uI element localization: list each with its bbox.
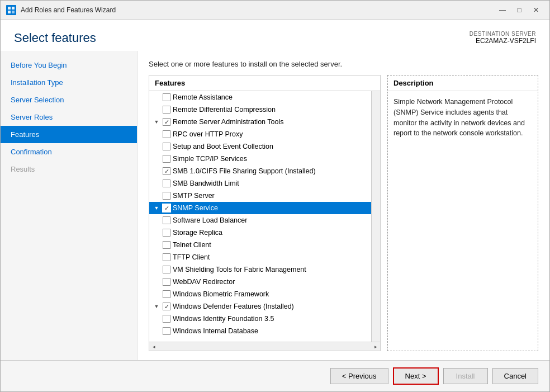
window-controls: — □ ✕ [495,4,544,16]
feature-checkbox[interactable] [163,167,170,175]
feature-checkbox[interactable] [163,93,170,101]
features-panel: Features Remote Assistance [149,75,381,351]
list-item[interactable]: Simple TCP/IP Services [149,153,371,165]
sidebar-item-results: Results [1,160,137,178]
sidebar-item-confirmation[interactable]: Confirmation [1,143,137,160]
horizontal-scrollbar[interactable]: ◂ ▸ [149,342,380,351]
page-title: Select features [14,31,96,45]
sidebar-item-server-roles[interactable]: Server Roles [1,108,137,126]
svg-rect-1 [12,7,15,10]
vertical-scrollbar[interactable] [371,91,380,342]
features-area: Features Remote Assistance [149,75,538,351]
list-item[interactable]: Windows Identity Foundation 3.5 [149,313,371,325]
instruction-text: Select one or more features to install o… [149,60,538,68]
list-item[interactable]: Telnet Client [149,239,371,251]
list-item[interactable]: ▼ Windows Defender Features (Installed) [149,300,371,313]
content-area: Select features DESTINATION SERVER EC2AM… [1,20,549,391]
feature-label: Windows Internal Database [173,327,368,335]
minimize-button[interactable]: — [495,4,510,16]
feature-checkbox[interactable] [163,303,170,310]
main-content: Select one or more features to install o… [138,51,549,360]
feature-label: SMB Bandwidth Limit [173,180,368,187]
list-item[interactable]: RPC over HTTP Proxy [149,128,371,140]
feature-label: Remote Assistance [173,93,368,101]
feature-label: Software Load Balancer [173,216,368,224]
feature-label: TFTP Client [173,253,368,261]
list-item[interactable]: Windows Biometric Framework [149,288,371,300]
feature-label: RPC over HTTP Proxy [173,130,368,138]
list-item[interactable]: SMB 1.0/CIFS File Sharing Support (Insta… [149,165,371,177]
feature-checkbox[interactable] [163,278,170,286]
feature-checkbox[interactable] [163,130,170,138]
titlebar: Add Roles and Features Wizard — □ ✕ [1,1,549,20]
features-header: Features [149,75,380,91]
feature-checkbox[interactable] [163,216,170,224]
list-item[interactable]: WebDAV Redirector [149,276,371,288]
feature-label: WebDAV Redirector [173,278,368,286]
feature-label: Windows Identity Foundation 3.5 [173,315,368,323]
description-panel: Description Simple Network Management Pr… [387,75,538,351]
sidebar-item-installation-type[interactable]: Installation Type [1,74,137,91]
feature-checkbox[interactable] [163,118,170,126]
list-item[interactable]: ▼ Remote Server Administration Tools [149,116,371,128]
next-button[interactable]: Next > [393,367,439,385]
destination-label: DESTINATION SERVER [470,31,536,37]
scroll-right-button[interactable]: ▸ [371,342,380,351]
features-list[interactable]: Remote Assistance Remote Differential Co… [149,91,371,342]
destination-server-info: DESTINATION SERVER EC2AMAZ-VSF2LFI [470,31,536,45]
list-item[interactable]: Software Load Balancer [149,214,371,226]
description-header: Description [388,75,538,91]
feature-checkbox[interactable] [163,106,170,114]
feature-checkbox[interactable] [163,327,170,335]
feature-checkbox[interactable] [163,253,170,261]
list-item[interactable]: TFTP Client [149,251,371,263]
feature-checkbox[interactable] [163,290,170,298]
sidebar-item-features[interactable]: Features [1,126,137,143]
cancel-button[interactable]: Cancel [492,368,538,384]
maximize-button[interactable]: □ [511,4,527,16]
description-body: Simple Network Management Protocol (SNMP… [388,91,538,144]
footer: < Previous Next > Install Cancel [1,360,549,391]
close-button[interactable]: ✕ [528,4,544,16]
list-item[interactable]: SMTP Server [149,190,371,202]
feature-checkbox[interactable] [163,204,170,212]
list-item[interactable]: Windows Internal Database [149,325,371,337]
list-item[interactable]: Remote Assistance [149,91,371,103]
app-icon [6,5,16,15]
previous-button[interactable]: < Previous [330,368,388,384]
scroll-left-button[interactable]: ◂ [149,342,158,351]
scroll-track[interactable] [158,342,371,351]
server-name: EC2AMAZ-VSF2LFI [470,37,536,45]
svg-rect-0 [8,7,11,10]
list-item[interactable]: VM Shielding Tools for Fabric Management [149,263,371,276]
main-window: Add Roles and Features Wizard — □ ✕ Sele… [0,0,550,392]
expand-icon: ▼ [153,304,160,309]
feature-label: SMB 1.0/CIFS File Sharing Support (Insta… [173,167,368,175]
sidebar: Before You Begin Installation Type Serve… [1,51,138,360]
feature-checkbox[interactable] [163,315,170,323]
feature-checkbox[interactable] [163,229,170,237]
feature-label: Remote Differential Compression [173,106,368,114]
list-item[interactable]: Remote Differential Compression [149,103,371,116]
feature-checkbox[interactable] [163,180,170,187]
expand-icon: ▼ [153,119,160,125]
feature-label: Remote Server Administration Tools [173,118,368,126]
feature-label: Telnet Client [173,241,368,249]
list-item[interactable]: Storage Replica [149,226,371,239]
list-item[interactable]: Setup and Boot Event Collection [149,140,371,153]
feature-label: Windows Defender Features (Installed) [173,303,368,310]
sidebar-item-before-you-begin[interactable]: Before You Begin [1,56,137,74]
feature-checkbox[interactable] [163,155,170,163]
feature-checkbox[interactable] [163,192,170,200]
sidebar-item-server-selection[interactable]: Server Selection [1,91,137,108]
feature-checkbox[interactable] [163,241,170,249]
feature-checkbox[interactable] [163,143,170,150]
list-item-snmp-service[interactable]: ▼ SNMP Service [149,202,371,214]
main-body: Before You Begin Installation Type Serve… [1,51,549,360]
feature-label: Setup and Boot Event Collection [173,143,368,150]
feature-label: SNMP Service [173,204,368,212]
list-item[interactable]: SMB Bandwidth Limit [149,177,371,190]
svg-rect-3 [12,11,15,13]
install-button[interactable]: Install [443,368,488,384]
feature-checkbox[interactable] [163,266,170,273]
